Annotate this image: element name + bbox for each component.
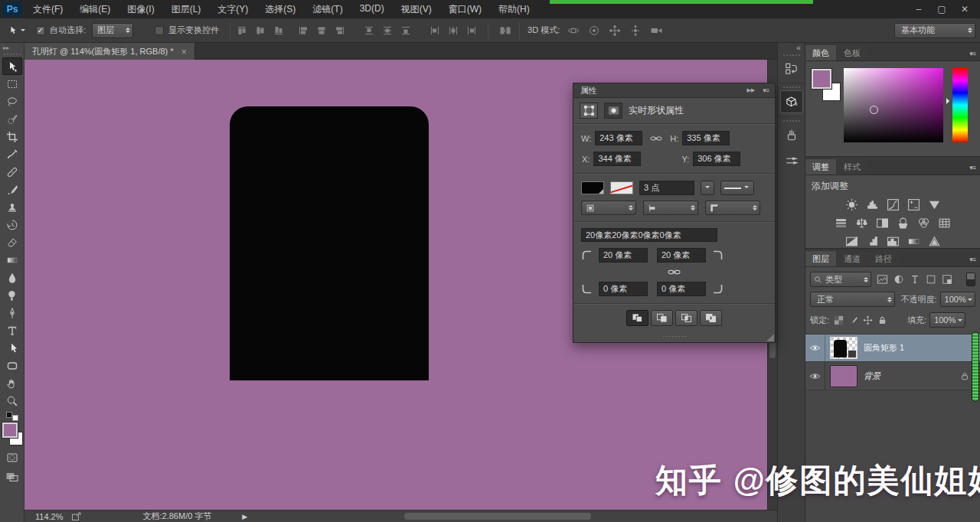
- blur-tool[interactable]: [2, 269, 22, 286]
- curves-icon[interactable]: [885, 197, 900, 211]
- layers-scrollbar-thumb[interactable]: [972, 331, 979, 402]
- exposure-icon[interactable]: [906, 197, 921, 211]
- menu-help[interactable]: 帮助(H): [498, 3, 530, 16]
- filter-shape-icon[interactable]: [926, 274, 936, 285]
- dock-grip[interactable]: [783, 86, 800, 88]
- eyedropper-tool[interactable]: [2, 145, 22, 163]
- crop-tool[interactable]: [2, 128, 22, 145]
- threshold-icon[interactable]: [885, 234, 900, 248]
- panel-menu-icon[interactable]: ▾≡: [969, 164, 975, 171]
- levels-icon[interactable]: [864, 197, 880, 211]
- stroke-caps-dropdown[interactable]: [643, 201, 698, 215]
- pathfinder-subtract-button[interactable]: [651, 310, 673, 326]
- rectangular-marquee-tool[interactable]: [2, 75, 22, 93]
- color-balance-icon[interactable]: [854, 216, 870, 230]
- workspace-dropdown[interactable]: 基本功能: [894, 23, 975, 38]
- tab-paths[interactable]: 路径: [868, 251, 899, 266]
- lock-position-icon[interactable]: [863, 315, 873, 325]
- lock-pixels-icon[interactable]: [848, 315, 858, 325]
- doc-info[interactable]: 文档:2.86M/0 字节: [143, 511, 212, 522]
- stroke-width-input[interactable]: 3 点: [639, 181, 694, 195]
- align-right-icon[interactable]: [335, 25, 345, 36]
- filter-adjustment-icon[interactable]: [893, 274, 904, 285]
- quick-selection-tool[interactable]: [2, 110, 22, 128]
- pathfinder-exclude-button[interactable]: [700, 310, 722, 326]
- pathfinder-intersect-button[interactable]: [675, 310, 697, 326]
- hue-saturation-icon[interactable]: [834, 216, 849, 230]
- filter-switch[interactable]: [966, 272, 975, 286]
- lock-all-icon[interactable]: [877, 315, 887, 325]
- default-colors-icon[interactable]: [6, 412, 18, 421]
- black-white-icon[interactable]: [875, 216, 890, 230]
- foreground-color-swatch[interactable]: [2, 422, 18, 438]
- tab-styles[interactable]: 样式: [837, 159, 867, 175]
- layer-thumbnail[interactable]: [830, 365, 858, 387]
- 3d-orbit-icon[interactable]: [567, 24, 580, 37]
- panel-resize-grip[interactable]: [663, 336, 686, 338]
- collapse-panel-icon[interactable]: ▶▶: [746, 87, 755, 93]
- distribute-vcenter-icon[interactable]: [382, 25, 393, 36]
- visibility-eye-icon[interactable]: [805, 334, 825, 361]
- distribute-right-icon[interactable]: [466, 25, 477, 36]
- move-tool-preset-icon[interactable]: [8, 25, 25, 36]
- menu-edit[interactable]: 编辑(E): [80, 3, 110, 16]
- properties-tab[interactable]: 属性: [573, 85, 604, 96]
- 3d-camera-icon[interactable]: [650, 25, 664, 36]
- eraser-tool[interactable]: [2, 233, 22, 251]
- brush-tool[interactable]: [2, 181, 22, 198]
- properties-header[interactable]: 属性 ▶▶ ▾≡: [573, 83, 775, 98]
- radius-link-icon[interactable]: [668, 268, 681, 276]
- vibrance-icon[interactable]: [926, 197, 942, 211]
- zoom-tool[interactable]: [2, 392, 22, 409]
- quick-mask-icon[interactable]: [2, 449, 22, 466]
- close-button[interactable]: ✕: [956, 4, 974, 15]
- layer-filter-dropdown[interactable]: 类型: [810, 272, 871, 287]
- history-brush-tool[interactable]: [2, 216, 22, 233]
- spot-healing-brush-tool[interactable]: [2, 163, 22, 181]
- channel-mixer-icon[interactable]: [916, 216, 932, 230]
- menu-window[interactable]: 窗口(W): [449, 3, 482, 16]
- menu-file[interactable]: 文件(F): [33, 3, 63, 16]
- blend-mode-dropdown[interactable]: 正常: [810, 292, 895, 307]
- layer-name[interactable]: 圆角矩形 1: [864, 342, 904, 354]
- brush-presets-panel-icon[interactable]: [781, 150, 802, 171]
- document-close-icon[interactable]: ×: [181, 46, 188, 57]
- distribute-top-icon[interactable]: [364, 25, 374, 36]
- menu-select[interactable]: 选择(S): [265, 3, 296, 16]
- radius-topleft-icon[interactable]: [581, 250, 593, 261]
- tab-layers[interactable]: 图层: [805, 251, 836, 266]
- path-selection-tool[interactable]: [2, 339, 22, 357]
- layer-thumbnail[interactable]: [830, 337, 858, 359]
- panel-resize-corner[interactable]: [766, 334, 774, 341]
- toolbar-collapse-icon[interactable]: ▸▸: [0, 43, 24, 51]
- fill-value[interactable]: 100%: [929, 312, 965, 328]
- minimize-button[interactable]: –: [910, 4, 928, 15]
- masks-icon[interactable]: [604, 103, 622, 119]
- restore-button[interactable]: ▢: [933, 4, 951, 15]
- posterize-icon[interactable]: [864, 234, 880, 248]
- gradient-tool[interactable]: [2, 251, 22, 269]
- visibility-eye-icon[interactable]: [805, 362, 825, 390]
- tab-swatches[interactable]: 色板: [837, 45, 867, 60]
- distribute-spacing-icon[interactable]: [499, 25, 511, 36]
- align-bottom-icon[interactable]: [273, 25, 284, 36]
- menu-filter[interactable]: 滤镜(T): [312, 3, 342, 16]
- pen-tool[interactable]: [2, 304, 22, 321]
- share-icon[interactable]: [71, 512, 82, 521]
- layer-row[interactable]: 背景: [805, 362, 980, 390]
- menu-type[interactable]: 文字(Y): [217, 3, 248, 16]
- distribute-left-icon[interactable]: [430, 25, 440, 36]
- layer-row[interactable]: 圆角矩形 1: [805, 334, 980, 362]
- properties-panel-icon[interactable]: [780, 90, 803, 113]
- radius-bottomleft-input[interactable]: 0 像素: [599, 282, 648, 296]
- radius-bottomleft-icon[interactable]: [581, 283, 593, 295]
- filter-smart-object-icon[interactable]: [942, 274, 952, 285]
- gradient-map-icon[interactable]: [906, 234, 921, 248]
- radius-bottomright-icon[interactable]: [712, 283, 724, 295]
- radius-topright-input[interactable]: 20 像素: [657, 248, 706, 263]
- distribute-bottom-icon[interactable]: [400, 25, 411, 36]
- canvas-hscroll-thumb[interactable]: [404, 513, 591, 520]
- tool-presets-panel-icon[interactable]: [781, 124, 802, 145]
- 3d-roll-icon[interactable]: [588, 24, 600, 37]
- color-field[interactable]: [844, 68, 943, 142]
